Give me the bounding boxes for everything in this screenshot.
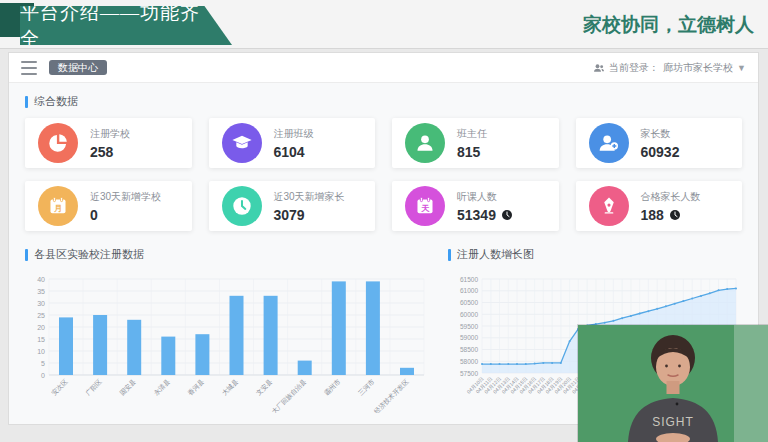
stat-label: 注册班级 [274, 127, 314, 141]
svg-text:60000: 60000 [460, 311, 478, 318]
slide-banner: 平台介绍——功能齐全 家校协同，立德树人 [0, 0, 768, 49]
svg-text:58500: 58500 [460, 346, 478, 353]
calendar-day-icon [414, 195, 436, 217]
history-clock-icon[interactable] [501, 209, 513, 221]
stat-card: 合格家长人数188 [576, 181, 743, 231]
stat-label: 家长数 [641, 127, 680, 141]
chevron-down-icon: ▼ [737, 63, 746, 73]
slide-title-ribbon: 平台介绍——功能齐全 [20, 6, 232, 45]
stat-label: 合格家长人数 [641, 190, 701, 204]
svg-text:永清县: 永清县 [152, 377, 172, 397]
calendar-month-icon [47, 195, 69, 217]
stat-icon-circle [38, 123, 78, 163]
stat-card: 听课人数51349 [392, 181, 559, 231]
stat-label: 近30天新增家长 [274, 190, 345, 204]
section-marker [25, 96, 28, 108]
stat-icon-circle [222, 186, 262, 226]
user-plus-icon [598, 132, 620, 154]
section-marker [448, 249, 451, 261]
stat-icon-circle [405, 123, 445, 163]
summary-section-label: 综合数据 [34, 94, 78, 109]
svg-text:59500: 59500 [460, 323, 478, 330]
line-chart-title: 注册人数增长图 [457, 247, 534, 262]
login-school-name: 廊坊市家长学校 [663, 61, 733, 75]
stats-grid: 注册学校258注册班级6104班主任815家长数60932近30天新增学校0近3… [25, 118, 742, 231]
stat-value: 0 [90, 207, 98, 223]
section-marker [25, 249, 28, 261]
stat-card: 班主任815 [392, 118, 559, 168]
stat-value: 258 [90, 144, 113, 160]
stat-icon-circle [589, 123, 629, 163]
svg-text:35: 35 [37, 288, 45, 295]
shirt-text: SIGHT [652, 415, 694, 429]
slide-slogan: 家校协同，立德树人 [583, 12, 754, 38]
svg-text:安次区: 安次区 [50, 377, 69, 396]
svg-text:三河市: 三河市 [357, 377, 377, 397]
stat-card: 注册班级6104 [209, 118, 376, 168]
stat-card: 近30天新增家长3079 [209, 181, 376, 231]
bar-chart-title: 各县区实验校注册数据 [34, 247, 144, 262]
stat-icon-circle [38, 186, 78, 226]
stat-label: 听课人数 [457, 190, 513, 204]
tab-data-center[interactable]: 数据中心 [49, 60, 107, 75]
stat-value: 3079 [274, 207, 305, 223]
graduation-cap-icon [231, 132, 253, 154]
presenter-video[interactable]: SIGHT [578, 325, 768, 442]
pie-chart-icon [47, 132, 69, 154]
svg-text:香河县: 香河县 [186, 377, 206, 397]
dashboard-topbar: 数据中心 当前登录： 廊坊市家长学校 ▼ [9, 53, 758, 83]
menu-toggle-icon[interactable] [21, 61, 37, 75]
svg-text:40: 40 [37, 276, 45, 283]
svg-text:广阳区: 广阳区 [84, 377, 104, 397]
svg-text:61000: 61000 [460, 287, 478, 294]
svg-text:59000: 59000 [460, 334, 478, 341]
line-chart-title-row: 注册人数增长图 [448, 247, 742, 262]
stat-value: 60932 [641, 144, 680, 160]
stat-value: 188 [641, 207, 664, 223]
login-label: 当前登录： [609, 61, 659, 75]
stat-card: 近30天新增学校0 [25, 181, 192, 231]
svg-text:文安县: 文安县 [255, 377, 274, 396]
pen-nib-icon [598, 195, 620, 217]
bar-chart-title-row: 各县区实验校注册数据 [25, 247, 430, 262]
stat-label: 近30天新增学校 [90, 190, 161, 204]
bar-chart: 0510152025303540安次区广阳区固安县永清县香河县大城县文安县大厂回… [25, 271, 430, 413]
svg-text:霸州市: 霸州市 [323, 377, 343, 397]
svg-text:10: 10 [37, 348, 45, 355]
current-login-dropdown[interactable]: 当前登录： 廊坊市家长学校 ▼ [593, 61, 746, 75]
svg-text:58000: 58000 [460, 358, 478, 365]
svg-text:61500: 61500 [460, 276, 478, 283]
svg-text:15: 15 [37, 336, 45, 343]
stat-label: 班主任 [457, 127, 487, 141]
summary-section-title: 综合数据 [25, 94, 742, 109]
stat-label: 注册学校 [90, 127, 130, 141]
svg-text:60500: 60500 [460, 299, 478, 306]
history-clock-icon[interactable] [669, 209, 681, 221]
clock-icon [231, 195, 253, 217]
slide-title: 平台介绍——功能齐全 [20, 0, 214, 52]
stat-icon-circle [405, 186, 445, 226]
stat-value: 51349 [457, 207, 496, 223]
svg-text:固安县: 固安县 [118, 377, 137, 396]
stat-card: 注册学校258 [25, 118, 192, 168]
svg-text:57500: 57500 [460, 370, 478, 377]
svg-text:20: 20 [37, 324, 45, 331]
stat-value: 815 [457, 144, 480, 160]
stat-icon-circle [222, 123, 262, 163]
stat-card: 家长数60932 [576, 118, 743, 168]
users-icon [593, 62, 605, 74]
bar-chart-card: 各县区实验校注册数据 0510152025303540安次区广阳区固安县永清县香… [25, 244, 430, 417]
backdrop-light-band [734, 325, 768, 442]
svg-text:大城县: 大城县 [220, 377, 239, 396]
stat-icon-circle [589, 186, 629, 226]
svg-text:25: 25 [37, 312, 45, 319]
svg-text:5: 5 [41, 360, 45, 367]
stat-value: 6104 [274, 144, 305, 160]
svg-text:经济技术开发区: 经济技术开发区 [373, 377, 411, 413]
svg-text:0: 0 [41, 372, 45, 379]
svg-text:30: 30 [37, 300, 45, 307]
user-icon [414, 132, 436, 154]
svg-text:大厂回族自治县: 大厂回族自治县 [270, 377, 308, 413]
